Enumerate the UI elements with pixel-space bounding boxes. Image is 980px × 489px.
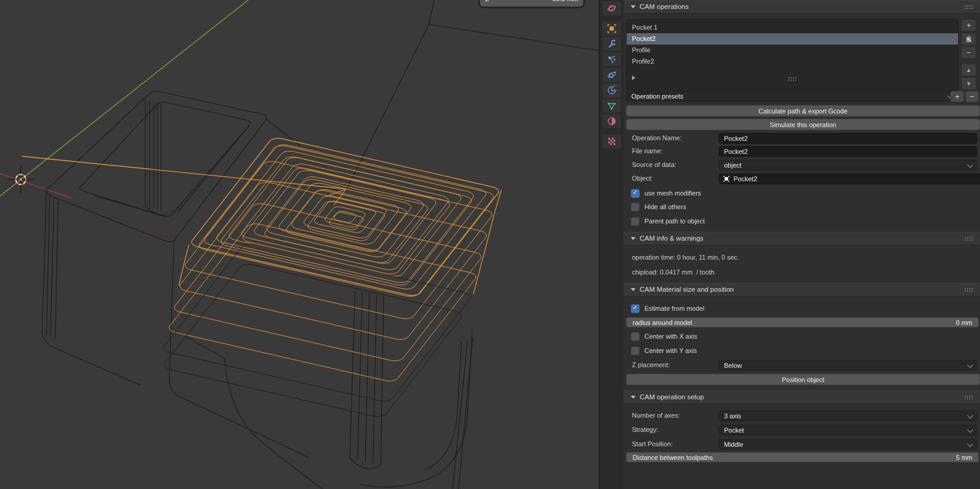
- field-label: Z placement:: [632, 361, 670, 368]
- tab-constraints[interactable]: [602, 83, 621, 97]
- collapse-triangle-icon: [631, 288, 636, 291]
- section-title: CAM info & warnings: [640, 235, 703, 242]
- hide-all-others-row[interactable]: Hide all others: [631, 203, 686, 211]
- drag-grip-icon[interactable]: [964, 395, 973, 399]
- parent-path-to-object-row[interactable]: Parent path to object: [631, 217, 705, 225]
- filter-expander-icon[interactable]: [632, 75, 636, 80]
- section-header-cam-info[interactable]: CAM info & warnings: [624, 232, 980, 245]
- list-buttons: + − ▲ ▼: [961, 19, 976, 91]
- checkbox-checked[interactable]: [631, 304, 640, 313]
- checkbox-label: Center with X axis: [644, 333, 697, 340]
- object-name: Pocket2: [734, 175, 757, 182]
- move-down-button[interactable]: ▼: [961, 77, 976, 90]
- wrench-icon: [607, 39, 617, 49]
- field-label: Operation Name:: [632, 134, 682, 141]
- strategy-row: Strategy: Pocket: [624, 425, 980, 434]
- physics-orbit-icon: [607, 70, 617, 80]
- viewport-scene: [0, 0, 599, 489]
- tab-material[interactable]: [602, 114, 621, 128]
- center-y-row[interactable]: Center with Y axis: [631, 346, 697, 355]
- section-header-cam-setup[interactable]: CAM operation setup: [624, 390, 980, 403]
- z-placement-select[interactable]: Below: [719, 360, 977, 371]
- object-field[interactable]: Pocket2 ✕: [719, 173, 980, 184]
- checkbox-unchecked[interactable]: [631, 203, 640, 212]
- checkbox-label: Hide all others: [644, 203, 686, 210]
- section-header-cam-operations[interactable]: CAM operations: [624, 0, 980, 13]
- viewport-3d[interactable]: Z 50.5 mm: [0, 0, 599, 489]
- tab-object-data[interactable]: [602, 99, 621, 113]
- list-item[interactable]: Pocket 1: [627, 22, 958, 33]
- start-position-row: Start Position: Middle: [624, 439, 980, 449]
- tab-texture[interactable]: [602, 134, 621, 149]
- section-header-cam-material[interactable]: CAM Material size and position: [624, 283, 980, 296]
- drag-grip-icon[interactable]: [964, 5, 973, 9]
- input-value: Pocket2: [724, 135, 748, 142]
- list-item[interactable]: Profile2: [627, 56, 958, 67]
- z-field-label: Z: [485, 0, 489, 2]
- presets-label: Operation presets: [631, 93, 683, 100]
- drag-grip-icon[interactable]: [964, 236, 973, 241]
- list-resize-grip[interactable]: [788, 77, 797, 81]
- checkbox-unchecked[interactable]: [631, 217, 640, 226]
- operation-name-input[interactable]: Pocket2: [719, 133, 977, 144]
- slider-label: radius around model: [633, 319, 692, 326]
- section-title: CAM operation setup: [640, 393, 704, 400]
- checkbox-label: Center with Y axis: [644, 347, 697, 354]
- slider-label: Distance between toolpaths: [633, 454, 713, 461]
- list-item-selected[interactable]: Pocket2: [627, 33, 958, 45]
- move-up-button[interactable]: ▲: [961, 64, 976, 76]
- center-x-row[interactable]: Center with X axis: [631, 332, 697, 340]
- checkbox-unchecked[interactable]: [631, 346, 640, 355]
- operation-time-text: operation time: 0 hour, 11 min, 0 sec.: [632, 254, 739, 261]
- tab-world[interactable]: [602, 1, 621, 15]
- chevron-down-icon: [968, 441, 973, 447]
- number-of-axes-row: Number of axes: 3 axis: [624, 411, 980, 420]
- field-label: Number of axes:: [632, 412, 680, 419]
- cam-toolpath: [22, 137, 501, 383]
- number-of-axes-select[interactable]: 3 axis: [719, 411, 977, 421]
- tab-object[interactable]: [602, 21, 621, 36]
- section-title: CAM Material size and position: [640, 286, 734, 293]
- paste-operation-button[interactable]: [961, 33, 976, 45]
- source-of-data-select[interactable]: object: [719, 160, 977, 171]
- operation-name-row: Operation Name: Pocket2: [624, 133, 980, 143]
- source-of-data-row: Source of data: object: [624, 160, 980, 169]
- list-item[interactable]: Profile: [627, 45, 958, 56]
- distance-between-toolpaths-slider[interactable]: Distance between toolpaths 5 mm: [626, 452, 979, 462]
- radius-around-model-slider[interactable]: radius around model 0 mm: [626, 317, 979, 327]
- clipboard-arrow-icon: [965, 35, 973, 43]
- estimate-from-model-row[interactable]: Estimate from model: [631, 304, 704, 313]
- mesh-object-icon: [723, 175, 730, 182]
- strategy-select[interactable]: Pocket: [719, 425, 977, 436]
- object-row: Object: Pocket2 ✕: [624, 173, 980, 183]
- drag-grip-icon[interactable]: [964, 288, 973, 292]
- checkbox-checked[interactable]: [631, 189, 640, 198]
- add-operation-button[interactable]: +: [961, 19, 976, 31]
- remove-operation-button[interactable]: −: [961, 46, 976, 59]
- slider-value: 5 mm: [956, 454, 973, 461]
- position-object-button[interactable]: Position object: [626, 374, 980, 385]
- tab-particles[interactable]: [602, 52, 621, 67]
- field-label: Start Position:: [632, 440, 672, 447]
- use-mesh-modifiers-row[interactable]: use mesh modifiers: [631, 189, 701, 197]
- file-name-input[interactable]: Pocket2: [719, 146, 977, 157]
- tab-modifiers[interactable]: [602, 37, 621, 51]
- select-value: object: [724, 162, 741, 169]
- add-preset-button[interactable]: +: [950, 91, 964, 102]
- tab-physics[interactable]: [602, 68, 621, 82]
- properties-tab-bar: [600, 0, 624, 489]
- calculate-path-button[interactable]: Calculate path & export Gcode: [626, 105, 980, 116]
- start-position-select[interactable]: Middle: [719, 439, 977, 450]
- chevron-down-icon: [968, 427, 973, 433]
- object-icon: [607, 24, 617, 33]
- z-transform-field[interactable]: Z 50.5 mm: [480, 0, 583, 7]
- operation-presets-select[interactable]: Operation presets: [626, 91, 957, 102]
- field-label: Strategy:: [632, 426, 658, 433]
- field-label: Source of data:: [632, 161, 676, 168]
- mesh-data-icon: [607, 101, 617, 111]
- checkbox-unchecked[interactable]: [631, 332, 640, 341]
- chipload-text: chipload: 0.0417 mm / tooth: [632, 269, 715, 276]
- simulate-operation-button[interactable]: Simulate this operation: [626, 119, 980, 130]
- remove-preset-button[interactable]: −: [965, 91, 979, 102]
- input-value: Pocket2: [724, 148, 748, 155]
